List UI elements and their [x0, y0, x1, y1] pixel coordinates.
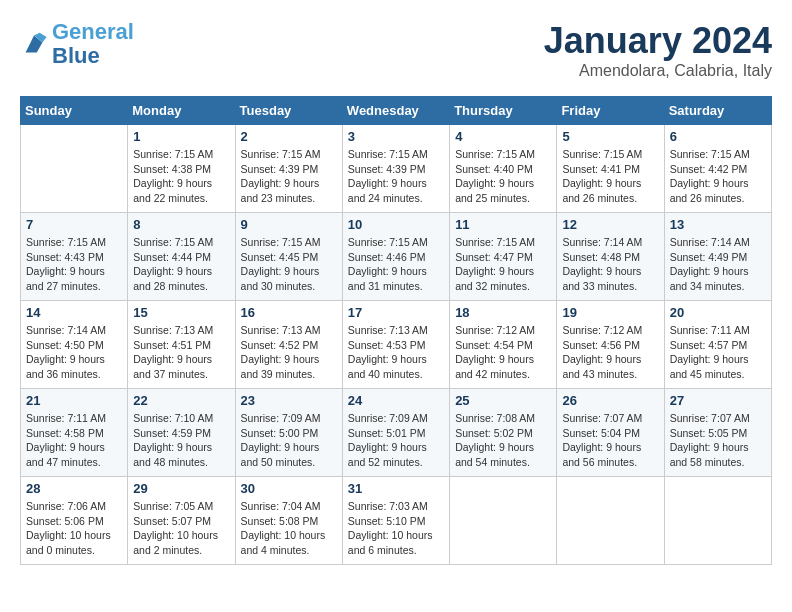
calendar-cell: 12Sunrise: 7:14 AM Sunset: 4:48 PM Dayli…: [557, 213, 664, 301]
day-number: 8: [133, 217, 229, 232]
day-info: Sunrise: 7:15 AM Sunset: 4:44 PM Dayligh…: [133, 235, 229, 294]
day-number: 15: [133, 305, 229, 320]
day-info: Sunrise: 7:04 AM Sunset: 5:08 PM Dayligh…: [241, 499, 337, 558]
calendar-cell: 3Sunrise: 7:15 AM Sunset: 4:39 PM Daylig…: [342, 125, 449, 213]
day-number: 9: [241, 217, 337, 232]
day-number: 14: [26, 305, 122, 320]
day-number: 11: [455, 217, 551, 232]
day-number: 6: [670, 129, 766, 144]
calendar-week-3: 14Sunrise: 7:14 AM Sunset: 4:50 PM Dayli…: [21, 301, 772, 389]
day-info: Sunrise: 7:15 AM Sunset: 4:39 PM Dayligh…: [241, 147, 337, 206]
day-info: Sunrise: 7:03 AM Sunset: 5:10 PM Dayligh…: [348, 499, 444, 558]
calendar-cell: [664, 477, 771, 565]
calendar-week-5: 28Sunrise: 7:06 AM Sunset: 5:06 PM Dayli…: [21, 477, 772, 565]
calendar-cell: 17Sunrise: 7:13 AM Sunset: 4:53 PM Dayli…: [342, 301, 449, 389]
header: GeneralBlue January 2024 Amendolara, Cal…: [20, 20, 772, 80]
calendar-cell: 23Sunrise: 7:09 AM Sunset: 5:00 PM Dayli…: [235, 389, 342, 477]
day-number: 25: [455, 393, 551, 408]
calendar-cell: 21Sunrise: 7:11 AM Sunset: 4:58 PM Dayli…: [21, 389, 128, 477]
day-number: 13: [670, 217, 766, 232]
calendar-header-monday: Monday: [128, 97, 235, 125]
day-info: Sunrise: 7:07 AM Sunset: 5:05 PM Dayligh…: [670, 411, 766, 470]
logo-text: GeneralBlue: [52, 20, 134, 68]
calendar-cell: 24Sunrise: 7:09 AM Sunset: 5:01 PM Dayli…: [342, 389, 449, 477]
calendar-cell: [450, 477, 557, 565]
calendar-cell: 28Sunrise: 7:06 AM Sunset: 5:06 PM Dayli…: [21, 477, 128, 565]
day-info: Sunrise: 7:07 AM Sunset: 5:04 PM Dayligh…: [562, 411, 658, 470]
day-number: 20: [670, 305, 766, 320]
day-info: Sunrise: 7:12 AM Sunset: 4:56 PM Dayligh…: [562, 323, 658, 382]
day-info: Sunrise: 7:08 AM Sunset: 5:02 PM Dayligh…: [455, 411, 551, 470]
calendar-cell: 14Sunrise: 7:14 AM Sunset: 4:50 PM Dayli…: [21, 301, 128, 389]
calendar-table: SundayMondayTuesdayWednesdayThursdayFrid…: [20, 96, 772, 565]
calendar-cell: 30Sunrise: 7:04 AM Sunset: 5:08 PM Dayli…: [235, 477, 342, 565]
calendar-cell: 22Sunrise: 7:10 AM Sunset: 4:59 PM Dayli…: [128, 389, 235, 477]
calendar-cell: 16Sunrise: 7:13 AM Sunset: 4:52 PM Dayli…: [235, 301, 342, 389]
calendar-header-wednesday: Wednesday: [342, 97, 449, 125]
logo-icon: [20, 30, 48, 58]
day-number: 24: [348, 393, 444, 408]
calendar-header-sunday: Sunday: [21, 97, 128, 125]
day-number: 27: [670, 393, 766, 408]
day-info: Sunrise: 7:15 AM Sunset: 4:42 PM Dayligh…: [670, 147, 766, 206]
day-number: 3: [348, 129, 444, 144]
day-number: 18: [455, 305, 551, 320]
calendar-header-thursday: Thursday: [450, 97, 557, 125]
calendar-cell: 20Sunrise: 7:11 AM Sunset: 4:57 PM Dayli…: [664, 301, 771, 389]
day-number: 30: [241, 481, 337, 496]
day-info: Sunrise: 7:13 AM Sunset: 4:51 PM Dayligh…: [133, 323, 229, 382]
day-info: Sunrise: 7:09 AM Sunset: 5:00 PM Dayligh…: [241, 411, 337, 470]
calendar-cell: 4Sunrise: 7:15 AM Sunset: 4:40 PM Daylig…: [450, 125, 557, 213]
day-info: Sunrise: 7:10 AM Sunset: 4:59 PM Dayligh…: [133, 411, 229, 470]
calendar-cell: 6Sunrise: 7:15 AM Sunset: 4:42 PM Daylig…: [664, 125, 771, 213]
day-info: Sunrise: 7:15 AM Sunset: 4:39 PM Dayligh…: [348, 147, 444, 206]
calendar-header-friday: Friday: [557, 97, 664, 125]
day-info: Sunrise: 7:14 AM Sunset: 4:50 PM Dayligh…: [26, 323, 122, 382]
day-info: Sunrise: 7:09 AM Sunset: 5:01 PM Dayligh…: [348, 411, 444, 470]
calendar-header-row: SundayMondayTuesdayWednesdayThursdayFrid…: [21, 97, 772, 125]
day-number: 29: [133, 481, 229, 496]
calendar-header-saturday: Saturday: [664, 97, 771, 125]
calendar-cell: 5Sunrise: 7:15 AM Sunset: 4:41 PM Daylig…: [557, 125, 664, 213]
calendar-cell: [21, 125, 128, 213]
day-number: 10: [348, 217, 444, 232]
calendar-cell: 7Sunrise: 7:15 AM Sunset: 4:43 PM Daylig…: [21, 213, 128, 301]
calendar-cell: 29Sunrise: 7:05 AM Sunset: 5:07 PM Dayli…: [128, 477, 235, 565]
day-info: Sunrise: 7:15 AM Sunset: 4:43 PM Dayligh…: [26, 235, 122, 294]
day-number: 16: [241, 305, 337, 320]
day-number: 4: [455, 129, 551, 144]
day-number: 2: [241, 129, 337, 144]
calendar-cell: 18Sunrise: 7:12 AM Sunset: 4:54 PM Dayli…: [450, 301, 557, 389]
calendar-cell: 31Sunrise: 7:03 AM Sunset: 5:10 PM Dayli…: [342, 477, 449, 565]
day-number: 21: [26, 393, 122, 408]
day-number: 28: [26, 481, 122, 496]
title-area: January 2024 Amendolara, Calabria, Italy: [544, 20, 772, 80]
calendar-cell: 10Sunrise: 7:15 AM Sunset: 4:46 PM Dayli…: [342, 213, 449, 301]
calendar-cell: 1Sunrise: 7:15 AM Sunset: 4:38 PM Daylig…: [128, 125, 235, 213]
calendar-cell: 2Sunrise: 7:15 AM Sunset: 4:39 PM Daylig…: [235, 125, 342, 213]
day-info: Sunrise: 7:13 AM Sunset: 4:52 PM Dayligh…: [241, 323, 337, 382]
day-number: 12: [562, 217, 658, 232]
calendar-cell: 25Sunrise: 7:08 AM Sunset: 5:02 PM Dayli…: [450, 389, 557, 477]
day-number: 5: [562, 129, 658, 144]
day-number: 26: [562, 393, 658, 408]
calendar-cell: 8Sunrise: 7:15 AM Sunset: 4:44 PM Daylig…: [128, 213, 235, 301]
calendar-week-1: 1Sunrise: 7:15 AM Sunset: 4:38 PM Daylig…: [21, 125, 772, 213]
day-info: Sunrise: 7:11 AM Sunset: 4:57 PM Dayligh…: [670, 323, 766, 382]
day-info: Sunrise: 7:14 AM Sunset: 4:49 PM Dayligh…: [670, 235, 766, 294]
day-number: 23: [241, 393, 337, 408]
calendar-cell: 27Sunrise: 7:07 AM Sunset: 5:05 PM Dayli…: [664, 389, 771, 477]
month-title: January 2024: [544, 20, 772, 62]
day-info: Sunrise: 7:13 AM Sunset: 4:53 PM Dayligh…: [348, 323, 444, 382]
day-number: 19: [562, 305, 658, 320]
calendar-week-4: 21Sunrise: 7:11 AM Sunset: 4:58 PM Dayli…: [21, 389, 772, 477]
day-number: 17: [348, 305, 444, 320]
day-info: Sunrise: 7:15 AM Sunset: 4:41 PM Dayligh…: [562, 147, 658, 206]
calendar-cell: 11Sunrise: 7:15 AM Sunset: 4:47 PM Dayli…: [450, 213, 557, 301]
calendar-cell: 26Sunrise: 7:07 AM Sunset: 5:04 PM Dayli…: [557, 389, 664, 477]
calendar-cell: 15Sunrise: 7:13 AM Sunset: 4:51 PM Dayli…: [128, 301, 235, 389]
day-info: Sunrise: 7:12 AM Sunset: 4:54 PM Dayligh…: [455, 323, 551, 382]
day-info: Sunrise: 7:15 AM Sunset: 4:47 PM Dayligh…: [455, 235, 551, 294]
day-info: Sunrise: 7:05 AM Sunset: 5:07 PM Dayligh…: [133, 499, 229, 558]
day-number: 31: [348, 481, 444, 496]
